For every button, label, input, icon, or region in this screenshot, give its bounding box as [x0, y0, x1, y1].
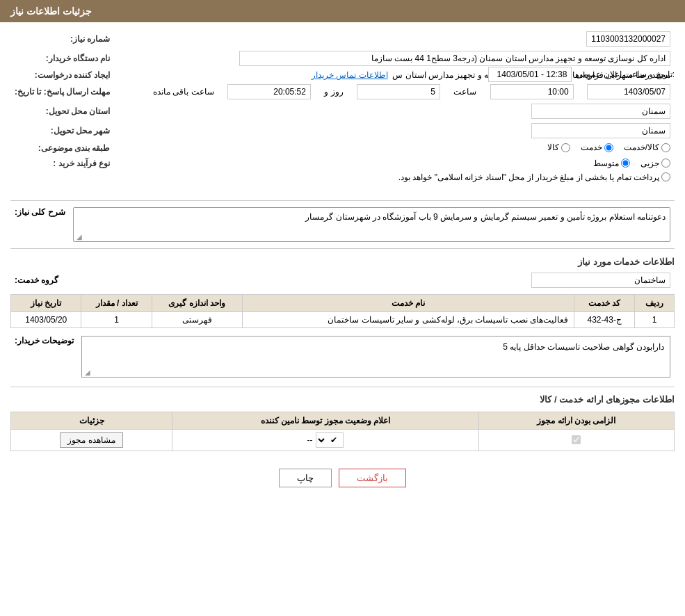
- service-group-label: گروه خدمت:: [15, 275, 58, 285]
- need-description-label: شرح کلی نیاز:: [15, 207, 65, 217]
- buyer-notes-box: دارابودن گواهی صلاحیت تاسیسات حداقل پایه…: [81, 336, 670, 378]
- col-quantity: تعداد / مقدار: [81, 294, 152, 311]
- process-motevaset[interactable]: متوسط: [593, 159, 630, 168]
- license-required-checkbox: [572, 435, 581, 444]
- category-kala-label: کالا: [547, 143, 559, 152]
- delivery-city-label: شهر محل تحویل:: [51, 126, 111, 136]
- reply-days-value: 5: [357, 84, 440, 99]
- license-status-value: --: [307, 435, 312, 445]
- category-label: طبقه بندی موضوعی:: [38, 143, 111, 153]
- process-motevaset-radio[interactable]: [621, 159, 630, 168]
- license-required-checkbox-wrapper: [485, 435, 668, 444]
- category-kala-khedmat-label: کالا/خدمت: [624, 143, 659, 152]
- col-row-num: ردیف: [635, 294, 675, 311]
- main-info-table: 1103003132000027 شماره نیاز: اداره کل نو…: [10, 29, 675, 184]
- col-date: تاریخ نیاز: [11, 294, 81, 311]
- category-kala-khedmat[interactable]: کالا/خدمت: [624, 143, 670, 152]
- print-button[interactable]: چاپ: [279, 469, 332, 487]
- services-section-title: اطلاعات خدمات مورد نیاز: [10, 253, 675, 270]
- cell-date-needed: 1403/05/20: [11, 311, 81, 327]
- buyer-notes-label: توضیحات خریدار:: [15, 336, 74, 346]
- license-details-cell: مشاهده مجوز: [11, 429, 172, 451]
- buyer-org-label: نام دستگاه خریدار:: [46, 54, 111, 63]
- category-khedmat-label: خدمت: [581, 143, 602, 152]
- service-group-table: ساختمان گروه خدمت:: [10, 270, 675, 290]
- reply-deadline-label: مهلت ارسال پاسخ: تا تاریخ:: [15, 87, 110, 97]
- page-container: جزئیات اطلاعات نیاز 1103003132000027 شما…: [0, 0, 685, 616]
- category-kala-khedmat-radio[interactable]: [661, 143, 670, 152]
- license-status-wrapper: ✔ -- --: [178, 432, 473, 448]
- need-number-value: 1103003132000027: [586, 31, 670, 47]
- reply-time-label: ساعت: [453, 87, 476, 97]
- cell-row-num: 1: [635, 311, 675, 327]
- process-motevaset-label: متوسط: [593, 159, 619, 168]
- table-row: 1 ج-43-432 فعالیت‌های نصب تاسیسات برق، ل…: [11, 311, 675, 327]
- license-required-cell: [478, 429, 674, 451]
- buyer-org-value: اداره کل نوسازی توسعه و تجهیز مدارس استا…: [239, 51, 670, 66]
- process-jozvi-radio[interactable]: [661, 159, 670, 168]
- cell-quantity: 1: [81, 311, 152, 327]
- col-service-name: نام خدمت: [242, 294, 574, 311]
- licenses-table: الزامی بودن ارائه مجوز اعلام وضعیت مجوز …: [10, 412, 675, 451]
- reply-days-label: روز و: [324, 87, 343, 97]
- process-esnad[interactable]: پرداخت تمام یا بخشی از مبلغ خریدار از مح…: [398, 172, 670, 182]
- license-row: ✔ -- -- مشاهده مجوز: [11, 429, 675, 451]
- category-khedmat-radio[interactable]: [604, 143, 613, 152]
- col-details: جزئیات: [11, 412, 172, 429]
- col-status: اعلام وضعیت مجوز توسط نامین کننده: [172, 412, 479, 429]
- cell-service-code: ج-43-432: [574, 311, 635, 327]
- content-area: 1103003132000027 شماره نیاز: اداره کل نو…: [0, 22, 685, 505]
- service-group-value: ساختمان: [531, 273, 670, 288]
- licenses-section: اطلاعات مجوزهای ارائه خدمت / کالا الزامی…: [10, 387, 675, 451]
- public-date-value: 1403/05/01 - 12:38: [488, 67, 572, 82]
- footer-buttons: بازگشت چاپ: [10, 458, 675, 498]
- license-status-select[interactable]: ✔ --: [316, 432, 344, 448]
- category-radio-group: کالا/خدمت خدمت کالا: [547, 143, 670, 152]
- delivery-city-value: سمنان: [531, 123, 670, 138]
- cell-unit: فهرستی: [152, 311, 242, 327]
- buyer-notes-value: دارابودن گواهی صلاحیت تاسیسات حداقل پایه…: [503, 342, 664, 352]
- delivery-province-value: سمنان: [531, 104, 670, 119]
- need-description-value: دعوتنامه استعلام بروژه تأمین و تعمیر سیس…: [305, 212, 666, 222]
- back-button[interactable]: بازگشت: [339, 469, 406, 487]
- delivery-province-label: استان محل تحویل:: [46, 106, 111, 116]
- reply-remaining-label: ساعت باقی مانده: [153, 87, 214, 97]
- category-kala[interactable]: کالا: [547, 143, 570, 152]
- license-status-cell: ✔ -- --: [172, 429, 479, 451]
- category-kala-radio[interactable]: [561, 143, 570, 152]
- buyer-notes-table: دارابودن گواهی صلاحیت تاسیسات حداقل پایه…: [10, 334, 675, 380]
- col-unit: واحد اندازه گیری: [152, 294, 242, 311]
- licenses-title: اطلاعات مجوزهای ارائه خدمت / کالا: [10, 391, 675, 408]
- process-esnad-radio[interactable]: [661, 172, 670, 181]
- view-license-button[interactable]: مشاهده مجوز: [60, 432, 122, 448]
- need-number-label: شماره نیاز:: [70, 34, 110, 44]
- need-description-box: دعوتنامه استعلام بروژه تأمین و تعمیر سیس…: [73, 207, 670, 242]
- resize-handle[interactable]: ◢: [75, 233, 82, 240]
- category-khedmat[interactable]: خدمت: [581, 143, 613, 152]
- public-date-label: تاریخ و ساعت اعلان عمومی:: [576, 70, 675, 79]
- cell-service-name: فعالیت‌های نصب تاسیسات برق، لوله‌کشی و س…: [242, 311, 574, 327]
- page-header: جزئیات اطلاعات نیاز: [0, 0, 685, 22]
- buyer-notes-resize[interactable]: ◢: [83, 368, 90, 375]
- description-table: دعوتنامه استعلام بروژه تأمین و تعمیر سیس…: [10, 205, 675, 244]
- divider-1: [10, 200, 675, 201]
- process-radio-group: جزیی متوسط پرداخت تمام یا بخشی از مبلغ خ…: [398, 159, 670, 182]
- divider-2: [10, 248, 675, 249]
- services-table: ردیف کد خدمت نام خدمت واحد اندازه گیری ت…: [10, 294, 675, 328]
- process-label: نوع فرآیند خرید :: [53, 159, 110, 168]
- process-jozvi-label: جزیی: [640, 159, 659, 168]
- reply-time-value: 10:00: [490, 84, 574, 99]
- process-jozvi[interactable]: جزیی: [640, 159, 670, 168]
- page-title: جزئیات اطلاعات نیاز: [10, 6, 92, 17]
- col-service-code: کد خدمت: [574, 294, 635, 311]
- col-required: الزامی بودن ارائه مجوز: [478, 412, 674, 429]
- process-esnad-label: پرداخت تمام یا بخشی از مبلغ خریدار از مح…: [398, 172, 659, 182]
- reply-date-value: 1403/05/07: [587, 84, 670, 99]
- reply-remaining-value: 20:05:52: [227, 84, 311, 99]
